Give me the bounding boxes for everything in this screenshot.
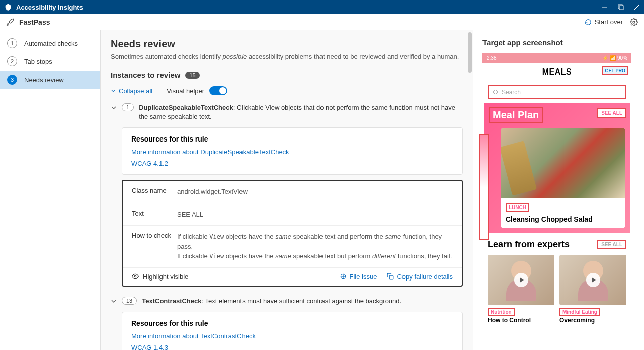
file-issue-button[interactable]: File issue xyxy=(340,273,377,281)
see-all-button: SEE ALL xyxy=(597,108,626,118)
page-subtitle: Sometimes automated checks identify poss… xyxy=(111,53,463,60)
expert-image xyxy=(559,255,626,305)
start-over-button[interactable]: Start over xyxy=(585,18,623,26)
sidebar-item-tab-stops[interactable]: 2 Tab stops xyxy=(0,52,100,71)
svg-point-11 xyxy=(494,90,498,94)
meal-tag: LUNCH xyxy=(506,203,529,212)
sidebar-item-label: Needs review xyxy=(24,76,64,84)
meal-plan-section: Meal Plan SEE ALL LUNCH Cleansing Choppe… xyxy=(484,103,630,233)
svg-rect-2 xyxy=(619,6,623,10)
play-icon xyxy=(586,273,600,287)
close-button[interactable] xyxy=(634,4,640,10)
phone-screenshot: 2:38 ⚡ 📶 90% MEALS GET PRO Search Meal P… xyxy=(482,53,631,330)
rule-header: 1 DuplicateSpeakableTextCheck: Clickable… xyxy=(111,103,463,121)
expert-title: Overcoming xyxy=(559,317,626,324)
get-pro-button: GET PRO xyxy=(602,66,628,75)
resources-title: Resources for this rule xyxy=(131,135,453,143)
step-number: 1 xyxy=(7,38,17,48)
window-controls xyxy=(602,4,640,10)
phone-header: MEALS GET PRO xyxy=(482,63,631,81)
step-number: 3 xyxy=(7,75,17,85)
minimize-button[interactable] xyxy=(602,4,608,10)
highlighted-element-sliver xyxy=(479,134,489,240)
meal-plan-title: Meal Plan xyxy=(489,107,543,123)
maximize-button[interactable] xyxy=(618,4,624,10)
rule-description: DuplicateSpeakableTextCheck: Clickable V… xyxy=(139,103,463,121)
rule-block-duplicate-speakable: 1 DuplicateSpeakableTextCheck: Clickable… xyxy=(111,103,463,287)
titlebar: Accessibility Insights xyxy=(0,0,644,14)
svg-rect-10 xyxy=(390,276,394,280)
settings-button[interactable] xyxy=(630,18,638,26)
controls-row: Collapse all Visual helper xyxy=(111,86,463,95)
detail-row-classname: Class name android.widget.TextView xyxy=(123,181,462,203)
more-info-link[interactable]: More information about TextContrastCheck xyxy=(131,332,453,340)
rule-count-pill: 1 xyxy=(122,103,134,111)
svg-point-6 xyxy=(134,276,136,278)
sidebar-item-automated-checks[interactable]: 1 Automated checks xyxy=(0,34,100,52)
instances-row: Instances to review 15 xyxy=(111,71,463,79)
howto-text: If clickable View objects have the same … xyxy=(177,232,453,261)
detail-row-text: Text SEE ALL xyxy=(123,203,462,226)
expert-card: Mindful Eating Overcoming xyxy=(559,255,626,324)
refresh-icon xyxy=(585,19,592,26)
app-title: Accessibility Insights xyxy=(16,4,602,11)
sidebar: 1 Automated checks 2 Tab stops 3 Needs r… xyxy=(0,30,101,350)
expert-image xyxy=(488,255,554,305)
copy-details-button[interactable]: Copy failure details xyxy=(387,273,453,281)
expert-card: Nutrition How to Control xyxy=(488,255,554,324)
expert-tag: Nutrition xyxy=(488,308,515,316)
preview-pane: Target app screenshot 2:38 ⚡ 📶 90% MEALS… xyxy=(473,30,644,350)
chevron-down-icon[interactable] xyxy=(111,298,117,304)
app-logo-icon xyxy=(4,3,12,11)
eye-icon xyxy=(132,273,139,280)
header-bar: FastPass Start over xyxy=(0,14,644,30)
see-all-button: SEE ALL xyxy=(597,240,626,249)
sidebar-item-label: Tab stops xyxy=(24,58,52,65)
instances-label: Instances to review xyxy=(111,71,180,79)
rule-block-text-contrast: 13 TextContrastCheck: Text elements must… xyxy=(111,297,463,350)
scrollbar[interactable] xyxy=(468,32,472,73)
preview-title: Target app screenshot xyxy=(482,38,635,47)
rocket-icon xyxy=(6,18,14,26)
wcag-link[interactable]: WCAG 1.4.3 xyxy=(131,344,453,350)
resources-card: Resources for this rule More information… xyxy=(122,127,463,175)
chevron-down-icon xyxy=(111,88,116,93)
phone-search: Search xyxy=(488,85,626,99)
sidebar-item-needs-review[interactable]: 3 Needs review xyxy=(0,71,100,89)
copy-icon xyxy=(387,273,394,280)
header-title: FastPass xyxy=(19,18,50,26)
highlight-visible-button[interactable]: Highlight visible xyxy=(132,273,188,281)
instances-count-pill: 15 xyxy=(185,72,199,79)
instance-detail-card: Class name android.widget.TextView Text … xyxy=(122,180,463,287)
meal-card: LUNCH Cleansing Chopped Salad xyxy=(501,128,625,228)
chevron-down-icon[interactable] xyxy=(111,105,117,111)
detail-actions: Highlight visible File issue Copy failur… xyxy=(123,268,462,286)
expert-tag: Mindful Eating xyxy=(559,308,600,316)
page-title: Needs review xyxy=(111,38,463,50)
meal-name: Cleansing Chopped Salad xyxy=(506,215,620,223)
resources-title: Resources for this rule xyxy=(131,319,453,327)
rule-header: 13 TextContrastCheck: Text elements must… xyxy=(111,297,463,306)
rule-description: TextContrastCheck: Text elements must ha… xyxy=(142,297,401,306)
sidebar-item-label: Automated checks xyxy=(24,40,78,47)
phone-status-bar: 2:38 ⚡ 📶 90% xyxy=(482,53,631,63)
more-info-link[interactable]: More information about DuplicateSpeakabl… xyxy=(131,148,453,156)
wcag-link[interactable]: WCAG 4.1.2 xyxy=(131,160,453,167)
resources-card: Resources for this rule More information… xyxy=(122,312,463,350)
collapse-all-button[interactable]: Collapse all xyxy=(111,87,152,95)
search-icon xyxy=(493,89,499,95)
svg-point-5 xyxy=(633,21,635,23)
main-layout: 1 Automated checks 2 Tab stops 3 Needs r… xyxy=(0,30,644,350)
bug-icon xyxy=(340,273,347,280)
rule-count-pill: 13 xyxy=(122,297,137,305)
meal-image xyxy=(501,128,625,198)
step-number: 2 xyxy=(7,56,17,66)
experts-title: Learn from experts xyxy=(488,239,570,250)
visual-helper-toggle[interactable] xyxy=(209,86,227,95)
visual-helper-control: Visual helper xyxy=(167,86,227,95)
content-area: Needs review Sometimes automated checks … xyxy=(101,30,473,350)
svg-line-12 xyxy=(497,93,498,94)
detail-row-howto: How to check If clickable View objects h… xyxy=(123,226,462,268)
play-icon xyxy=(514,273,528,287)
experts-section: Learn from experts SEE ALL Nutrition How… xyxy=(482,233,631,330)
